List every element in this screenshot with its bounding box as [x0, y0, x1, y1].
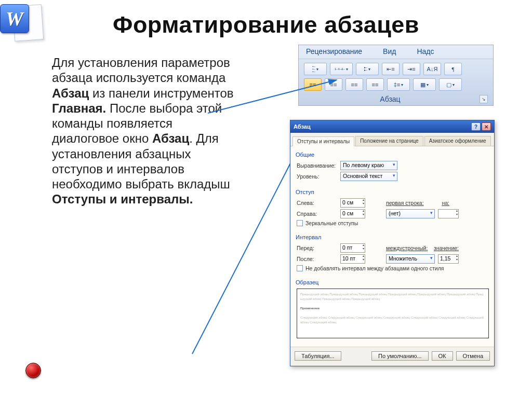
align-right-icon[interactable]: ≡ — [345, 78, 363, 91]
indent-icon[interactable] — [403, 63, 420, 75]
spacing-after-spin[interactable]: 10 пт — [340, 254, 365, 264]
alignment-select[interactable]: По левому краю — [340, 161, 397, 170]
group-indent-label: Отступ — [296, 189, 489, 195]
ribbon-tab-view[interactable]: Вид — [383, 47, 396, 56]
group-preview-label: Образец — [296, 279, 489, 285]
dialog-launcher-icon[interactable]: ↘ — [480, 95, 488, 103]
spacing-before-label: Перед: — [297, 245, 337, 251]
record-button-icon[interactable] — [25, 363, 41, 378]
ribbon-tab-review[interactable]: Рецензирование — [306, 47, 362, 56]
ribbon-paragraph-group: Рецензирование Вид Надс А↓Я¶ ≡≡≡≡‡≡ Абза… — [298, 45, 494, 106]
ribbon-tabs: Рецензирование Вид Надс — [299, 45, 493, 59]
alignment-label: Выравнивание: — [297, 162, 337, 169]
sort-icon[interactable]: А↓Я — [423, 63, 441, 75]
slide-title: Форматирование абзацев — [0, 11, 532, 38]
ribbon-group-label: Абзац — [304, 95, 476, 103]
tab-asian-typography[interactable]: Азиатское оформление — [424, 136, 491, 146]
spacing-before-spin[interactable]: 0 пт — [340, 243, 365, 253]
outline-level-select[interactable]: Основной текст — [340, 172, 397, 181]
no-add-space-checkbox[interactable]: Не добавлять интервал между абзацами одн… — [297, 265, 489, 271]
group-spacing-label: Интервал — [296, 234, 489, 240]
help-icon[interactable]: ? — [471, 122, 481, 131]
first-line-by-spin[interactable] — [438, 209, 459, 218]
preview-box: Предыдущий абзац Предыдущий абзац Предыд… — [297, 289, 489, 338]
outline-level-label: Уровень: — [297, 173, 337, 180]
indent-right-label: Справа: — [297, 211, 337, 217]
indent-left-label: Слева: — [297, 200, 337, 206]
default-button[interactable]: По умолчанию... — [371, 351, 429, 361]
align-left-icon[interactable]: ≡ — [304, 78, 322, 91]
indent-left-spin[interactable]: 0 см — [340, 198, 365, 208]
align-center-icon[interactable]: ≡ — [325, 78, 342, 91]
first-line-by-label: на: — [434, 200, 449, 206]
ribbon-tab-addins[interactable]: Надс — [417, 47, 434, 56]
paragraph-dialog: Абзац ? ✕ Отступы и интервалы Положение … — [290, 120, 495, 366]
indent-right-spin[interactable]: 0 см — [340, 209, 365, 218]
group-general-label: Общие — [296, 152, 489, 158]
tab-line-page-breaks[interactable]: Положение на странице — [355, 136, 423, 146]
dialog-title: Абзац — [294, 123, 470, 130]
line-spacing-icon[interactable]: ‡≡ — [387, 78, 410, 91]
line-spacing-select[interactable]: Множитель — [386, 254, 435, 264]
pilcrow-icon[interactable]: ¶ — [444, 63, 462, 75]
numbering-icon[interactable] — [330, 63, 353, 75]
line-spacing-label: междустрочный: — [386, 245, 431, 251]
first-line-select[interactable]: (нет) — [386, 209, 435, 218]
line-spacing-at-label: значение: — [434, 245, 459, 251]
first-line-label: первая строка: — [386, 200, 431, 206]
dialog-titlebar: Абзац ? ✕ — [290, 120, 494, 133]
bullets-icon[interactable] — [304, 63, 327, 75]
tab-indents-spacing[interactable]: Отступы и интервалы — [292, 136, 354, 146]
slide-body-text: Для установления параметров абзаца испол… — [52, 55, 239, 207]
multilevel-icon[interactable] — [356, 63, 379, 75]
borders-icon[interactable] — [439, 78, 462, 91]
tabs-button[interactable]: Табуляция... — [295, 351, 341, 361]
mirror-indents-checkbox[interactable]: Зеркальные отступы — [297, 220, 489, 226]
outdent-icon[interactable] — [382, 63, 400, 75]
cancel-button[interactable]: Отмена — [456, 351, 490, 361]
justify-icon[interactable]: ≡ — [366, 78, 384, 91]
close-icon[interactable]: ✕ — [482, 122, 491, 131]
ok-button[interactable]: ОК — [432, 351, 453, 361]
shading-icon[interactable] — [413, 78, 436, 91]
spacing-after-label: После: — [297, 256, 337, 262]
line-spacing-at-spin[interactable]: 1,15 — [438, 254, 459, 264]
